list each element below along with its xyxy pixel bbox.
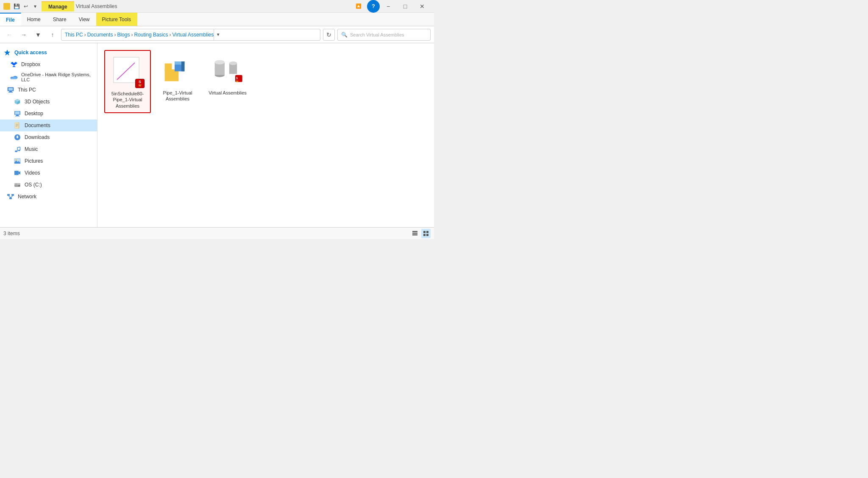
breadcrumb-blogs[interactable]: Blogs (117, 32, 130, 38)
sidebar-item-music[interactable]: Music (0, 143, 97, 155)
address-path[interactable]: This PC › Documents › Blogs › Routing Ba… (61, 29, 320, 41)
sidebar-item-this-pc[interactable]: This PC (0, 84, 97, 96)
svg-rect-52 (165, 64, 172, 72)
svg-rect-70 (412, 234, 417, 236)
undo-icon[interactable]: ↩ (22, 3, 30, 10)
minimize-button[interactable]: − (380, 0, 397, 13)
music-label: Music (25, 146, 38, 152)
tab-home[interactable]: Home (21, 13, 47, 26)
documents-label: Documents (25, 122, 50, 128)
expand-ribbon-button[interactable]: 🔼 (350, 0, 367, 13)
download-icon (14, 133, 21, 141)
title-tabs: Manage Virtual Assemblies (42, 1, 117, 11)
svg-point-60 (214, 60, 224, 64)
save-icon[interactable]: 💾 (13, 3, 20, 10)
sidebar: Quick access Dropbox (0, 43, 97, 227)
sidebar-item-desktop[interactable]: Desktop (0, 108, 97, 119)
sidebar-item-documents[interactable]: Documents (0, 119, 97, 131)
file-icon-1: S W (111, 54, 145, 88)
window-title: Virtual Assemblies (76, 3, 117, 9)
svg-rect-68 (412, 231, 417, 232)
dropbox-label: Dropbox (21, 61, 40, 67)
downloads-label: Downloads (25, 134, 50, 140)
svg-rect-46 (9, 197, 12, 199)
svg-rect-55 (181, 61, 184, 71)
title-bar-left: 💾 ↩ ▾ Manage Virtual Assemblies (3, 1, 117, 11)
svg-marker-0 (4, 50, 10, 56)
sidebar-item-downloads[interactable]: Downloads (0, 131, 97, 143)
large-icons-view-button[interactable] (421, 229, 431, 238)
address-chevron[interactable]: ▼ (214, 29, 222, 41)
svg-rect-71 (423, 231, 426, 233)
os-c-label: OS (C:) (25, 182, 42, 188)
svg-rect-28 (17, 136, 18, 137)
content-area: S W 5inSchedule80-Pipe_1-Virtual Assembl… (97, 43, 434, 227)
search-icon: 🔍 (341, 32, 348, 38)
onedrive-label: OneDrive - Hawk Ridge Systems, LLC (21, 72, 94, 82)
recent-locations-button[interactable]: ▼ (32, 29, 44, 41)
documents-icon (14, 122, 21, 129)
maximize-button[interactable]: □ (397, 0, 414, 13)
file-name-1: 5inSchedule80-Pipe_1-Virtual Assemblies (108, 91, 147, 109)
svg-rect-42 (15, 184, 17, 184)
tab-picture-tools[interactable]: Picture Tools (96, 13, 137, 26)
sidebar-item-network[interactable]: Network (0, 191, 97, 203)
svg-rect-45 (11, 194, 14, 196)
svg-rect-72 (426, 231, 428, 233)
star-icon (3, 49, 11, 56)
details-view-button[interactable] (410, 229, 420, 238)
computer-icon (7, 86, 14, 94)
svg-rect-37 (14, 171, 19, 175)
breadcrumb-virtual[interactable]: Virtual Assemblies (172, 32, 214, 38)
folder-icon (3, 3, 10, 10)
svg-rect-43 (14, 185, 20, 186)
svg-rect-18 (15, 111, 20, 114)
help-button[interactable]: ? (367, 0, 380, 13)
tab-share[interactable]: Share (47, 13, 73, 26)
sidebar-item-dropbox[interactable]: Dropbox (0, 58, 97, 70)
up-button[interactable]: ↑ (47, 29, 58, 41)
tab-view[interactable]: View (73, 13, 96, 26)
refresh-button[interactable]: ↻ (323, 29, 335, 41)
svg-rect-19 (16, 115, 19, 116)
file-icon-2 (161, 53, 195, 87)
chevron-down-icon[interactable]: ▾ (31, 3, 39, 10)
sidebar-item-3d-objects[interactable]: 3D Objects (0, 96, 97, 108)
breadcrumb-routing[interactable]: Routing Basics (134, 32, 168, 38)
sidebar-item-videos[interactable]: Videos (0, 167, 97, 179)
svg-marker-5 (12, 66, 16, 67)
close-button[interactable]: ✕ (414, 0, 431, 13)
file-item-2[interactable]: Pipe_1-Virtual Assemblies (154, 50, 201, 113)
breadcrumb-sep-2: › (114, 32, 116, 38)
file-item-1[interactable]: S W 5inSchedule80-Pipe_1-Virtual Assembl… (104, 50, 151, 113)
svg-marker-38 (19, 171, 20, 175)
desktop-icon (14, 110, 21, 117)
file-icon-3: S W (211, 53, 245, 87)
tab-file[interactable]: File (0, 13, 21, 26)
search-box[interactable]: 🔍 Search Virtual Assemblies (337, 29, 431, 41)
breadcrumb-this-pc[interactable]: This PC (65, 32, 83, 38)
dropbox-icon (10, 61, 18, 68)
cube-icon (14, 98, 21, 106)
sidebar-item-os-c[interactable]: OS (C:) (0, 179, 97, 191)
breadcrumb-sep-4: › (169, 32, 171, 38)
network-label: Network (18, 194, 36, 200)
svg-text:W: W (236, 80, 238, 82)
sidebar-item-onedrive[interactable]: OneDrive - Hawk Ridge Systems, LLC (0, 70, 97, 84)
drive-icon (14, 181, 21, 189)
manage-tab[interactable]: Manage (42, 1, 74, 11)
forward-button[interactable]: → (18, 29, 30, 41)
sidebar-item-quick-access[interactable]: Quick access (0, 47, 97, 58)
file-item-3[interactable]: S W Virtual Assemblies (204, 50, 251, 113)
pictures-icon (14, 157, 21, 165)
ribbon: File Home Share View Picture Tools (0, 13, 434, 26)
sidebar-item-pictures[interactable]: Pictures (0, 155, 97, 167)
back-button[interactable]: ← (3, 29, 15, 41)
breadcrumb-documents[interactable]: Documents (87, 32, 113, 38)
address-bar: ← → ▼ ↑ This PC › Documents › Blogs › Ro… (0, 26, 434, 43)
svg-line-48 (11, 196, 13, 197)
svg-point-64 (229, 61, 236, 65)
quick-access-label: Quick access (14, 50, 47, 56)
status-bar: 3 items (0, 227, 434, 239)
svg-line-33 (17, 147, 20, 147)
